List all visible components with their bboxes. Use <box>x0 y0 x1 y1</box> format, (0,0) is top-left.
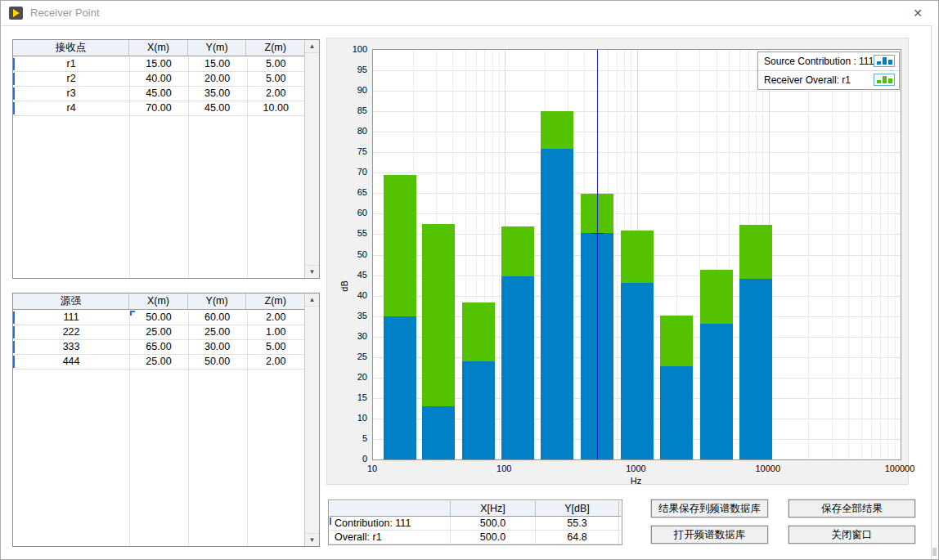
scroll-down-button[interactable]: ▼ <box>305 265 319 278</box>
chart-legend: Source Contribution : 111 Receiver Overa… <box>757 52 900 90</box>
y-tick-label: 65 <box>335 186 367 198</box>
table-row[interactable]: 33365.0030.005.00 <box>13 340 305 355</box>
table-cell[interactable]: 50.00 <box>188 355 247 369</box>
gridline <box>499 50 500 459</box>
table-cell[interactable]: 20.00 <box>188 72 247 86</box>
table-cell[interactable]: 2.00 <box>246 311 305 325</box>
mini-bar <box>883 76 887 83</box>
window-title: Receiver Point <box>30 1 100 25</box>
receiver-table-header: 接收点X(m)Y(m)Z(m) <box>13 40 305 56</box>
y-tick-label: 55 <box>335 227 367 239</box>
legend-item-contribution[interactable]: Source Contribution : 111 <box>758 52 899 71</box>
table-row[interactable]: 22225.0025.001.00 <box>13 325 305 340</box>
table-cell[interactable]: 65.00 <box>129 340 188 354</box>
close-window-button[interactable]: 关闭窗口 <box>788 526 915 544</box>
table-row[interactable]: r115.0015.005.00 <box>13 57 305 72</box>
source-table-scrollbar[interactable]: ▲▼ <box>304 293 319 546</box>
legend-label: Receiver Overall: r1 <box>764 74 851 86</box>
column-header[interactable]: 接收点 <box>13 40 129 56</box>
column-header[interactable]: X(m) <box>129 40 188 56</box>
y-tick-label: 95 <box>335 64 367 75</box>
table-cell[interactable]: 444 <box>13 355 129 369</box>
table-cell[interactable]: 5.00 <box>246 57 305 71</box>
column-header[interactable]: 源强 <box>13 293 129 309</box>
row-selector <box>330 517 331 525</box>
chart-plot-area[interactable] <box>372 49 901 460</box>
table-cell[interactable]: 2.00 <box>246 87 305 101</box>
table-row[interactable]: 11150.0060.002.00 <box>13 311 305 325</box>
table-cell[interactable]: 222 <box>13 325 129 339</box>
table-cell[interactable]: r3 <box>13 87 129 101</box>
readout-cell: 55.3 <box>536 517 619 530</box>
spectrum-chart: 0510152025303540455055606570758085909510… <box>326 38 909 485</box>
contribution-bar <box>541 149 573 459</box>
table-cell[interactable]: 40.00 <box>129 72 188 86</box>
save-to-spectrum-db-button[interactable]: 结果保存到频谱数据库 <box>651 500 768 517</box>
table-cell[interactable]: 1.00 <box>246 325 305 339</box>
receiver-table-scrollbar[interactable]: ▲▼ <box>304 40 319 278</box>
column-header[interactable]: Y(m) <box>188 293 247 309</box>
table-cell[interactable]: 25.00 <box>129 355 188 369</box>
receiver-point-table: 接收点X(m)Y(m)Z(m)r115.0015.005.00r240.0020… <box>12 39 320 279</box>
y-tick-label: 75 <box>335 146 367 157</box>
table-cell[interactable]: 30.00 <box>188 340 247 354</box>
table-cell[interactable]: 2.00 <box>246 355 305 369</box>
table-cell[interactable]: 5.00 <box>246 340 305 354</box>
column-header[interactable]: Y(m) <box>188 40 247 56</box>
gridline <box>848 50 849 459</box>
chart-cursor-line[interactable] <box>597 50 598 459</box>
column-header[interactable]: X(m) <box>129 293 188 309</box>
column-header <box>330 501 451 516</box>
y-tick-label: 30 <box>335 330 367 342</box>
scroll-up-button[interactable]: ▲ <box>305 40 319 53</box>
table-row[interactable]: r240.0020.005.00 <box>13 72 305 87</box>
table-cell[interactable]: 15.00 <box>188 57 247 71</box>
table-cell[interactable]: 45.00 <box>129 87 188 101</box>
table-cell[interactable]: 35.00 <box>188 87 247 101</box>
column-header[interactable]: Z(m) <box>246 293 305 309</box>
table-cell[interactable]: 45.00 <box>188 101 247 115</box>
table-cell[interactable]: r1 <box>13 57 129 71</box>
contribution-bar <box>384 316 416 459</box>
source-table-body: 11150.0060.002.0022225.0025.001.0033365.… <box>13 311 305 546</box>
scroll-up-button[interactable]: ▲ <box>305 293 319 307</box>
readout-row: Overall: r1500.064.8 <box>330 531 621 544</box>
play-arrow-icon <box>13 9 20 17</box>
scroll-down-button[interactable]: ▼ <box>305 533 319 546</box>
y-tick-label: 85 <box>335 105 367 116</box>
column-header: X[Hz] <box>451 501 536 516</box>
y-tick-label: 70 <box>335 166 367 177</box>
table-cell[interactable]: 60.00 <box>188 311 247 325</box>
chart-cursor-marker <box>591 233 604 234</box>
table-row[interactable]: r345.0035.002.00 <box>13 87 305 101</box>
mini-bar <box>888 60 892 65</box>
x-tick-label: 1000 <box>608 463 665 474</box>
table-row[interactable]: r470.0045.0010.00 <box>13 101 305 116</box>
y-tick-label: 80 <box>335 125 367 137</box>
open-spectrum-db-button[interactable]: 打开频谱数据库 <box>651 526 768 544</box>
table-cell[interactable]: r4 <box>13 101 129 115</box>
table-cell[interactable]: 70.00 <box>129 101 188 115</box>
table-cell[interactable]: 25.00 <box>129 325 188 339</box>
receiver-point-window: Receiver Point ✕ 接收点X(m)Y(m)Z(m)r115.001… <box>0 0 939 560</box>
table-cell[interactable]: 50.00 <box>129 311 188 325</box>
contribution-bar <box>501 276 534 459</box>
x-tick-label: 10 <box>344 463 401 474</box>
legend-item-overall[interactable]: Receiver Overall: r1 <box>758 71 899 89</box>
row-selector <box>13 341 15 353</box>
resize-grip[interactable] <box>932 548 937 556</box>
save-all-results-button[interactable]: 保存全部结果 <box>788 500 915 517</box>
table-cell[interactable]: 15.00 <box>129 57 188 71</box>
mini-bar <box>883 57 887 65</box>
table-row[interactable]: 44425.0050.002.00 <box>13 355 305 370</box>
table-cell[interactable]: 25.00 <box>188 325 247 339</box>
close-icon[interactable]: ✕ <box>909 1 927 25</box>
table-cell[interactable]: 5.00 <box>246 72 305 86</box>
gridline <box>861 50 862 459</box>
table-cell[interactable]: r2 <box>13 72 129 86</box>
table-cell[interactable]: 10.00 <box>246 101 305 115</box>
y-tick-label: 20 <box>335 371 367 383</box>
column-header[interactable]: Z(m) <box>246 40 305 56</box>
table-cell[interactable]: 111 <box>13 311 129 325</box>
table-cell[interactable]: 333 <box>13 340 129 354</box>
